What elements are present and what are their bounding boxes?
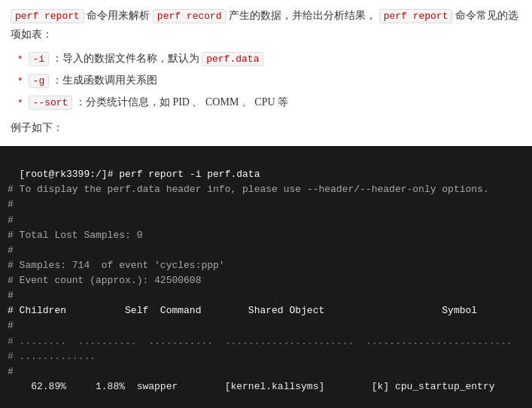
flag-sort: --sort (29, 96, 73, 110)
intro-paragraph: perf report 命令用来解析 perf record 产生的数据，并给出… (11, 6, 521, 44)
item-g-content: -g ：生成函数调用关系图 (29, 71, 157, 90)
flag-i: -i (29, 52, 50, 66)
bullet-dot-2: • (18, 72, 23, 88)
item-g-desc: ：生成函数调用关系图 (52, 75, 157, 86)
bullet-dot-3: • (18, 93, 23, 110)
terminal-line-6: # Samples: 714 of event 'cycles:ppp' (8, 260, 225, 271)
terminal-dots-2: # ............. (8, 351, 96, 362)
terminal-line-1: # To display the perf.data header info, … (8, 184, 489, 195)
terminal-line-9: # (8, 320, 14, 331)
code-perf-data: perf.data (202, 52, 263, 66)
terminal-data-row-1: 62.89% 1.88% swapper [kernel.kallsyms] [… (8, 381, 495, 392)
code-perf-report-2: perf report (379, 9, 453, 23)
list-item-g: • -g ：生成函数调用关系图 (18, 71, 521, 90)
list-item-i: • -i ：导入的数据文件名称，默认为 perf.data (18, 49, 521, 68)
item-i-desc: ：导入的数据文件名称，默认为 (52, 53, 202, 64)
item-sort-content: --sort ：分类统计信息，如 PID 、 COMM 、 CPU 等 (29, 93, 288, 111)
terminal-header-row: # Children Self Command Shared Object Sy… (8, 305, 477, 316)
list-item-sort: • --sort ：分类统计信息，如 PID 、 COMM 、 CPU 等 (18, 93, 521, 111)
flag-g: -g (29, 74, 50, 88)
example-label: 例子如下： (11, 118, 521, 137)
terminal-line-5: # (8, 245, 14, 256)
terminal-line-8: # (8, 290, 14, 301)
intro-text-1: 命令用来解析 (87, 10, 153, 21)
terminal-line-10: # (8, 366, 14, 377)
terminal-line-7: # Event count (approx.): 42500608 (8, 275, 201, 286)
code-perf-record: perf record (153, 9, 226, 23)
terminal-prompt: [root@rk3399:/]# perf report -i perf.dat… (20, 169, 260, 180)
intro-section: perf report 命令用来解析 perf record 产生的数据，并给出… (0, 0, 532, 146)
options-list: • -i ：导入的数据文件名称，默认为 perf.data • -g ：生成函数… (11, 49, 521, 112)
bullet-dot-1: • (18, 50, 23, 66)
terminal-line-3: # (8, 215, 14, 226)
terminal-line-4: # Total Lost Samples: 0 (8, 230, 142, 241)
code-perf-report-1: perf report (11, 9, 84, 23)
terminal-dots-1: # ........ .......... ........... ......… (8, 336, 512, 347)
item-i-content: -i ：导入的数据文件名称，默认为 perf.data (29, 49, 264, 68)
terminal-block: [root@rk3399:/]# perf report -i perf.dat… (0, 146, 532, 408)
terminal-line-2: # (8, 199, 14, 210)
intro-text-2: 产生的数据，并给出分析结果， (229, 10, 376, 21)
item-sort-desc: ：分类统计信息，如 PID 、 COMM 、 CPU 等 (75, 96, 288, 108)
